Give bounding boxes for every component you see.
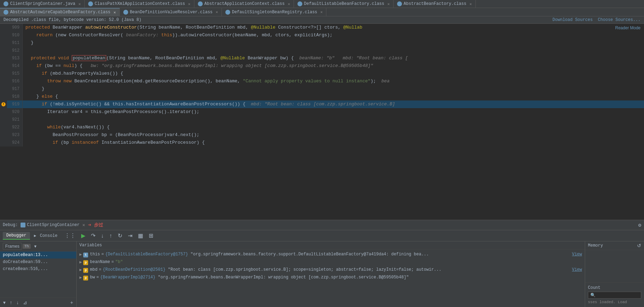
run-to-cursor-button[interactable]: ↻ [116,232,124,240]
breakpoint-gutter-914[interactable] [0,62,7,70]
reader-mode-button[interactable]: Reader Mode [615,25,641,30]
close-icon[interactable]: ✕ [288,2,290,6]
step-over-button[interactable]: ↷ [89,232,98,240]
expand-this[interactable]: ▶ [79,252,82,257]
breakpoint-gutter-924[interactable] [0,139,7,147]
thread-label: Th [23,244,31,249]
down-btn[interactable]: ↓ [15,299,21,306]
code-editor: 909 protected BeanWrapper autowireConstr… [0,24,644,220]
var-name-this: this [90,252,100,257]
close-icon[interactable]: ✕ [470,2,472,6]
tab-AbstractBeanFactory[interactable]: AbstractBeanFactory.class ✕ [394,0,476,8]
breakpoint-gutter-909[interactable] [0,24,7,31]
keyword-this: this [161,32,172,38]
var-text-mbd: "Root bean: class [com.zzp.springboot.se… [165,267,571,272]
code-line-912: 912 [0,47,644,54]
tab-label: BeanDefinitionValueResolver.class [130,10,213,15]
keyword-null: null [63,63,74,68]
close-icon[interactable]: ✕ [320,10,323,14]
choose-sources-link[interactable]: Choose Sources... [598,17,641,22]
thread-dropdown[interactable]: Frames [3,243,22,250]
arrow-icon: ➜ [88,222,91,229]
close-icon[interactable]: ✕ [114,10,116,15]
expand-icon[interactable]: ⋮⋮ [62,232,78,240]
tab-DefaultListable[interactable]: DefaultListableBeanFactory.class ✕ [294,0,394,8]
breakpoint-gutter-919[interactable]: ! [0,100,7,108]
var-item-this[interactable]: ▶ t this = {DefaultListableBeanFactory@1… [77,251,585,259]
breakpoint-gutter-911[interactable] [0,39,7,47]
evaluate-button[interactable]: ⇥ [126,232,134,240]
frame-item-createBean[interactable]: createBean:516,... [0,265,76,272]
breakpoint-gutter-920[interactable] [0,108,7,116]
var-item-beanName[interactable]: ▶ p beanName = "b" [77,259,585,266]
download-sources-link[interactable]: Download Sources [552,17,592,22]
breakpoint-gutter-923[interactable] [0,131,7,139]
dropdown-btn-left[interactable]: ▾ [1,299,7,306]
close-icon[interactable]: ✕ [78,2,81,6]
var-item-bw[interactable]: ▶ p bw = {BeanWrapperImpl@2714} "org.spr… [77,274,585,282]
line-num-916: 916 [7,77,23,85]
breakpoint-gutter-915[interactable] [0,70,7,77]
breakpoint-gutter-917[interactable] [0,85,7,93]
var-name-bw: bw [90,275,95,280]
variables-title: Variables [79,243,102,248]
close-icon[interactable]: ✕ [188,2,191,6]
tab-ClassPathXml[interactable]: ClassPathXmlApplicationContext.class ✕ [85,0,194,8]
line-num-914: 914 [7,62,23,70]
view-link-mbd[interactable]: View [572,267,582,272]
thread-dropdown-arrow[interactable]: ▼ [31,244,39,249]
breakpoint-gutter-921[interactable] [0,116,7,123]
tab-BeanDefinitionValue[interactable]: BeanDefinitionValueResolver.class ✕ [120,8,222,16]
memory-refresh-button[interactable]: ↺ [637,243,641,248]
code-line-918: 918 } else { [0,93,644,100]
tab-DefaultSingleton[interactable]: DefaultSingletonBeanRegistry.class ✕ [222,8,326,16]
source-links: Download Sources Choose Sources... [552,17,641,22]
tab-AbstractApplication[interactable]: AbstractApplicationContext.class ✕ [194,0,294,8]
step-into-button[interactable]: ↓ [99,232,106,240]
tab-label: AbstractBeanFactory.class [404,1,466,6]
session-name: ClientSpringContainer [27,223,79,227]
tab-debugger[interactable]: Debugger [3,232,30,240]
threads-button[interactable]: ⊞ [147,232,155,240]
filter-btn[interactable]: ⊿ [21,299,29,306]
expand-bw[interactable]: ▶ [79,275,82,280]
line-num-915: 915 [7,70,23,77]
step-out-button[interactable]: ↑ [107,232,114,240]
expand-beanName[interactable]: ▶ [79,260,82,265]
breakpoint-gutter-916[interactable] [0,77,7,85]
breakpoint-gutter-910[interactable] [0,31,7,39]
frame-item-doCreateBean[interactable]: doCreateBean:59... [0,259,76,265]
frame-item-populateBean[interactable]: populateBean:13... [0,252,76,259]
close-icon[interactable]: ✕ [387,2,390,6]
var-item-mbd[interactable]: ▶ p mbd = {RootBeanDefinition@2501} "Roo… [77,266,585,274]
settings-icon[interactable]: ⚙ [638,222,641,228]
breakpoint-gutter-912[interactable] [0,47,7,54]
tab-ClientSpringContainer[interactable]: ClientSpringContainer.java ✕ [0,0,85,8]
annotation-nullable: @Nullable [251,25,276,30]
breakpoint-gutter-913[interactable] [0,54,7,62]
up-btn[interactable]: ↑ [8,299,14,306]
highlighted-method-populateBean: populateBean [72,55,107,61]
console-icon: ▶ [34,234,37,238]
resume-button[interactable]: ▶ [79,232,87,240]
tab-label: DefaultListableBeanFactory.class [304,1,384,6]
view-link-this[interactable]: View [572,252,582,257]
code-line-923: 923 BeanPostProcessor bp = (BeanPostProc… [0,131,644,139]
debug-comment-916: bea [381,78,389,84]
breakpoint-gutter-922[interactable] [0,123,7,131]
p-icon-mbd: p [83,268,88,273]
expand-mbd[interactable]: ▶ [79,267,82,272]
tab-AbstractAutowire[interactable]: AbstractAutowireCapableBeanFactory.class… [0,8,120,16]
count-search-input[interactable] [588,292,641,299]
var-text-this: "org.springframework.beans.factory.suppo… [188,252,571,257]
breakpoint-gutter-918[interactable] [0,93,7,100]
frames-button[interactable]: ▦ [136,232,145,240]
tab-console[interactable]: ▶ Console [31,232,61,239]
close-session-icon[interactable]: ✕ [82,222,85,228]
close-icon[interactable]: ✕ [216,10,218,14]
class-file-icon [123,10,128,15]
add-btn[interactable]: + [69,299,75,306]
frames-header: Frames Th ▼ [0,241,76,252]
debug-main: Frames Th ▼ populateBean:13... doCreateB… [0,241,644,307]
line-num-922: 922 [7,123,23,131]
